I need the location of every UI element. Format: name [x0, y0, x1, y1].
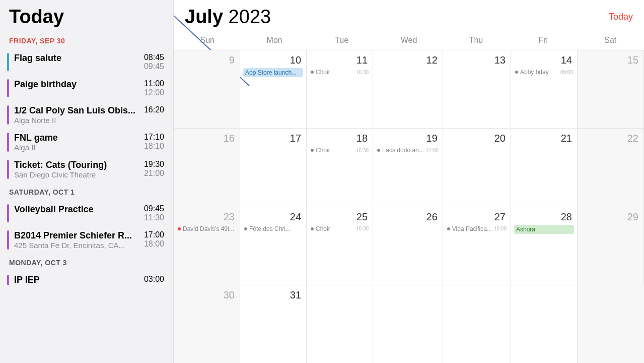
day-cell[interactable] — [511, 285, 578, 363]
day-cell[interactable]: 16 — [174, 128, 240, 206]
day-number: 11 — [310, 53, 370, 68]
event-dot-icon — [515, 71, 518, 74]
event-end-time: 09:45 — [144, 62, 164, 71]
event-item[interactable]: FNL gameAlga II17:1018:10 — [0, 129, 173, 156]
event-item[interactable]: B2014 Premier Schiefer R...425 Santa Fe … — [0, 226, 173, 254]
event-end-time: 18:00 — [144, 239, 164, 249]
day-cell[interactable]: 20 — [443, 128, 511, 206]
event-mini[interactable]: Facs dodo an...11:00 — [376, 146, 440, 154]
event-mini[interactable]: David Davis's 49t... — [177, 225, 237, 233]
day-cell[interactable]: 30 — [174, 285, 240, 363]
day-number: 10 — [243, 53, 303, 68]
event-title: Flag salute — [14, 53, 140, 64]
day-cell[interactable] — [373, 285, 443, 363]
event-mini-label: Choir — [316, 69, 354, 76]
day-cell[interactable]: 10App Store launch... — [240, 50, 307, 128]
event-dot-icon — [311, 227, 314, 230]
day-cell[interactable]: 21 — [511, 128, 578, 206]
day-cell[interactable]: 18Choir16:30 — [307, 128, 373, 206]
event-color-bar — [7, 275, 9, 285]
event-chip[interactable]: App Store launch... — [243, 68, 303, 77]
day-cell[interactable]: 12 — [373, 50, 443, 128]
event-dot-icon — [311, 71, 314, 74]
event-mini[interactable]: Choir16:30 — [310, 146, 370, 154]
day-number: 23 — [177, 210, 237, 225]
day-number: 22 — [581, 132, 640, 146]
month-name: July — [185, 6, 223, 27]
event-item[interactable]: IP IEP03:00 — [0, 271, 173, 289]
event-mini[interactable]: Vida Pacifica...10:00 — [446, 225, 508, 233]
event-title: Ticket: Cats (Touring) — [14, 160, 140, 170]
event-item[interactable]: Flag salute08:4509:45 — [0, 49, 173, 75]
day-number: 28 — [514, 210, 574, 225]
event-end-time: 18:10 — [144, 142, 164, 151]
day-number — [581, 288, 641, 291]
day-cell[interactable]: 26 — [373, 207, 443, 285]
event-item[interactable]: Paige birthday11:0012:00 — [0, 75, 173, 101]
event-mini[interactable]: Choir16:30 — [310, 225, 370, 233]
day-number: 21 — [514, 132, 574, 146]
weekday-row: SunMonTueWedThuFriSat — [174, 32, 644, 50]
event-mini-time: 16:30 — [356, 70, 369, 75]
day-cell[interactable]: 9 — [174, 50, 240, 128]
day-cell[interactable]: 24Fête des Chri... — [240, 207, 307, 285]
event-mini-label: Facs dodo an... — [382, 147, 424, 154]
event-start-time: 17:00 — [144, 230, 164, 239]
event-mini-label: Choir — [316, 225, 354, 232]
day-cell[interactable] — [578, 285, 644, 363]
day-number: 9 — [177, 53, 237, 68]
day-cell[interactable]: 25Choir16:30 — [307, 207, 373, 285]
event-item[interactable]: Ticket: Cats (Touring)San Diego Civic Th… — [0, 156, 173, 183]
event-mini-label: Fête des Chri... — [249, 225, 302, 232]
day-cell[interactable]: 19Facs dodo an...11:00 — [373, 128, 443, 206]
day-cell[interactable] — [443, 285, 511, 363]
weekday-label: Sun — [174, 32, 241, 50]
day-cell[interactable]: 13 — [443, 50, 511, 128]
event-title: FNL game — [14, 133, 140, 143]
day-number: 26 — [376, 210, 440, 225]
event-item[interactable]: 1/2 Cal Poly San Luis Obis...Alga Norte … — [0, 101, 173, 129]
day-cell[interactable]: 29 — [578, 207, 644, 285]
date-header: SATURDAY, OCT 1 — [0, 183, 173, 200]
event-start-time: 03:00 — [144, 275, 164, 284]
event-color-bar — [7, 204, 9, 222]
event-mini[interactable]: Fête des Chri... — [243, 225, 303, 233]
event-end-time: 11:30 — [144, 213, 164, 222]
day-number: 19 — [376, 132, 440, 146]
day-number: 15 — [581, 53, 640, 68]
sidebar: Today FRIDAY, SEP 30Flag salute08:4509:4… — [0, 0, 174, 363]
event-mini-label: Choir — [316, 147, 354, 154]
main-header: July 2023 Today — [174, 0, 644, 32]
day-number: 27 — [446, 210, 508, 225]
day-cell[interactable]: 22 — [578, 128, 644, 206]
event-chip[interactable]: Ashura — [514, 225, 574, 234]
day-cell[interactable]: 11Choir16:30 — [307, 50, 373, 128]
day-number: 13 — [446, 53, 508, 68]
event-title: IP IEP — [14, 275, 140, 285]
event-mini-label: Abby bday — [520, 69, 558, 76]
day-cell[interactable]: 17 — [240, 128, 307, 206]
day-number: 14 — [514, 53, 574, 68]
event-title: B2014 Premier Schiefer R... — [14, 230, 140, 241]
day-cell[interactable]: 28Ashura — [511, 207, 578, 285]
event-dot-icon — [244, 227, 247, 230]
day-number: 24 — [243, 210, 303, 225]
event-subtitle: San Diego Civic Theatre — [14, 170, 140, 179]
day-cell[interactable]: 15 — [578, 50, 644, 128]
today-button[interactable]: Today — [609, 12, 633, 22]
day-cell[interactable] — [307, 285, 373, 363]
event-dot-icon — [377, 149, 380, 152]
event-mini[interactable]: Abby bday09:00 — [514, 68, 574, 76]
event-item[interactable]: Volleyball Practice09:4511:30 — [0, 200, 173, 226]
event-mini-time: 16:30 — [356, 226, 369, 231]
event-mini[interactable]: Choir16:30 — [310, 68, 370, 76]
day-number: 30 — [177, 288, 237, 303]
day-number: 17 — [243, 132, 303, 146]
event-mini-time: 10:00 — [494, 226, 507, 231]
day-cell[interactable]: 23David Davis's 49t... — [174, 207, 240, 285]
day-cell[interactable]: 31 — [240, 285, 307, 363]
day-cell[interactable]: 27Vida Pacifica...10:00 — [443, 207, 511, 285]
day-cell[interactable]: 14Abby bday09:00 — [511, 50, 578, 128]
event-color-bar — [7, 79, 9, 97]
day-number — [376, 288, 440, 291]
